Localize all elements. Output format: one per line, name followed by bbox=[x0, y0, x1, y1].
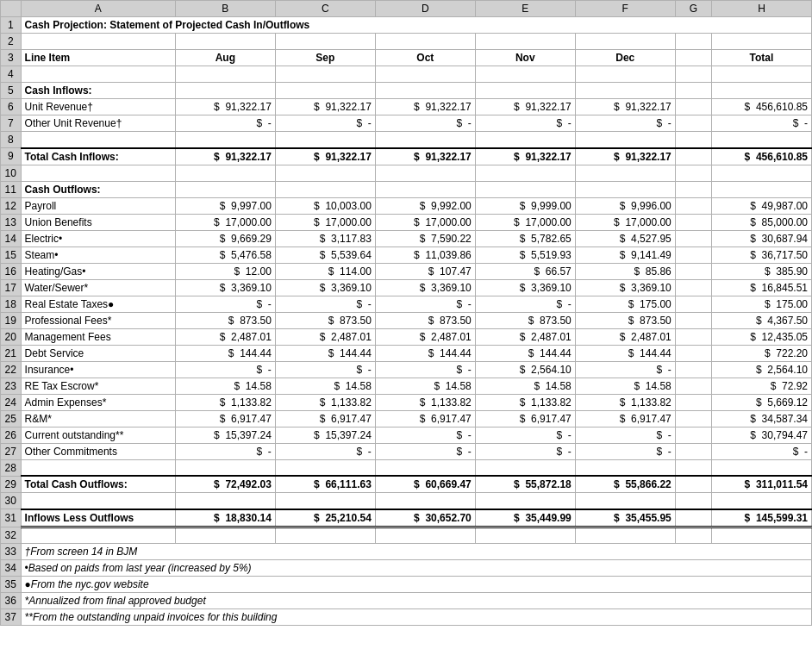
empty-g-cell bbox=[675, 132, 711, 148]
empty-g-cell bbox=[675, 34, 711, 50]
money-cell bbox=[175, 34, 275, 50]
table-row: 18Real Estate Taxes●$ -$ -$ -$ -$ 175.00… bbox=[1, 296, 812, 312]
row-number: 24 bbox=[1, 394, 22, 410]
dollar-sign: $ bbox=[356, 298, 367, 310]
money-cell: $ 72,492.03 bbox=[175, 476, 275, 493]
dollar-sign: $ bbox=[628, 347, 640, 359]
amount: 1,133.82 bbox=[431, 396, 472, 409]
dollar-sign: $ bbox=[214, 512, 225, 524]
amount: 5,782.65 bbox=[531, 233, 572, 245]
money-cell: $ 91,322.17 bbox=[275, 99, 375, 115]
money-cell bbox=[275, 66, 375, 83]
money-cell: $ 91,322.17 bbox=[375, 148, 475, 165]
label-cell bbox=[21, 527, 175, 543]
label-cell: Management Fees bbox=[21, 328, 175, 345]
total-cell bbox=[711, 181, 811, 197]
empty-g-cell bbox=[675, 509, 711, 527]
money-cell: $ 17,000.00 bbox=[575, 214, 675, 230]
label-cell: Union Benefits bbox=[21, 214, 175, 230]
dollar-sign: $ bbox=[434, 380, 445, 392]
amount: 55,866.22 bbox=[625, 478, 671, 490]
dollar-sign: $ bbox=[656, 429, 667, 441]
amount: 6,917.47 bbox=[531, 413, 572, 425]
table-row: 36*Annualized from final approved budget bbox=[1, 592, 812, 608]
money-cell bbox=[575, 132, 675, 148]
dollar-sign: $ bbox=[750, 331, 761, 343]
row-number: 11 bbox=[1, 181, 22, 197]
dollar-sign: $ bbox=[234, 265, 245, 278]
money-cell: $ 17,000.00 bbox=[275, 214, 375, 230]
dollar-sign: $ bbox=[428, 315, 440, 327]
total-cell: $ 4,367.50 bbox=[711, 312, 811, 328]
amount: 1,133.82 bbox=[231, 396, 272, 409]
row-number: 31 bbox=[1, 509, 22, 527]
amount: 34,587.34 bbox=[762, 413, 808, 425]
empty-g-cell bbox=[675, 443, 711, 459]
dollar-sign: $ bbox=[320, 413, 331, 425]
dollar-sign: $ bbox=[228, 347, 240, 359]
amount: 72,492.03 bbox=[225, 478, 271, 490]
amount: 14.58 bbox=[246, 380, 272, 392]
label-cell: Real Estate Taxes● bbox=[21, 296, 175, 312]
amount: 85.86 bbox=[646, 265, 671, 278]
dollar-sign: $ bbox=[314, 151, 325, 163]
table-row: 2 bbox=[1, 34, 812, 50]
dollar-sign: $ bbox=[750, 282, 761, 294]
total-cell: $ 5,669.12 bbox=[711, 394, 811, 410]
amount: 35,455.95 bbox=[625, 512, 671, 524]
amount: 144.44 bbox=[240, 347, 272, 359]
money-cell bbox=[275, 132, 375, 148]
money-cell: $ 55,872.18 bbox=[475, 476, 575, 493]
dollar-sign: $ bbox=[428, 347, 440, 359]
amount: - bbox=[468, 446, 472, 458]
row-number: 17 bbox=[1, 279, 22, 296]
empty-g-cell bbox=[675, 459, 711, 476]
empty-g-cell bbox=[675, 527, 711, 543]
total-cell: $ 16,845.51 bbox=[711, 279, 811, 296]
amount: 311,011.54 bbox=[756, 478, 808, 490]
dollar-sign: $ bbox=[234, 380, 245, 392]
money-cell: $ 5,782.65 bbox=[475, 230, 575, 246]
total-cell: $ 30,794.47 bbox=[711, 427, 811, 443]
row-number: 12 bbox=[1, 197, 22, 214]
dollar-sign: $ bbox=[620, 331, 631, 343]
amount: 30,687.94 bbox=[762, 233, 808, 245]
row-number: 2 bbox=[1, 34, 22, 50]
money-cell: $ 2,487.01 bbox=[475, 328, 575, 345]
dollar-sign: $ bbox=[356, 446, 367, 458]
dollar-sign: $ bbox=[356, 117, 367, 129]
empty-g-cell bbox=[675, 279, 711, 296]
amount: 91,322.17 bbox=[425, 101, 471, 113]
dollar-sign: $ bbox=[456, 298, 467, 310]
money-cell: $ - bbox=[375, 443, 475, 459]
col-month-header: Oct bbox=[375, 50, 475, 66]
money-cell: $ - bbox=[375, 115, 475, 132]
amount: 5,519.93 bbox=[531, 249, 572, 261]
amount: 385.90 bbox=[776, 265, 808, 278]
total-cell: $ 36,717.50 bbox=[711, 246, 811, 263]
amount: - bbox=[568, 446, 572, 458]
label-cell: Other Commitments bbox=[21, 443, 175, 459]
amount: 144.44 bbox=[440, 347, 472, 359]
money-cell: $ 6,917.47 bbox=[575, 410, 675, 427]
amount: - bbox=[568, 117, 572, 129]
dollar-sign: $ bbox=[750, 249, 761, 261]
dollar-sign: $ bbox=[634, 380, 645, 392]
amount: 17,000.00 bbox=[525, 216, 571, 228]
money-cell: $ 85.86 bbox=[575, 263, 675, 279]
money-cell: $ 14.58 bbox=[275, 378, 375, 394]
money-cell: $ 144.44 bbox=[175, 345, 275, 361]
row-number: 27 bbox=[1, 443, 22, 459]
table-row: 12Payroll$ 9,997.00$ 10,003.00$ 9,992.00… bbox=[1, 197, 812, 214]
money-cell bbox=[275, 527, 375, 543]
money-cell: $ 5,476.58 bbox=[175, 246, 275, 263]
money-cell: $ 2,564.10 bbox=[475, 361, 575, 378]
label-cell: Admin Expenses* bbox=[21, 394, 175, 410]
table-row: 28 bbox=[1, 459, 812, 476]
empty-g-cell bbox=[675, 328, 711, 345]
row-number: 6 bbox=[1, 99, 22, 115]
total-cell: $ 49,987.00 bbox=[711, 197, 811, 214]
table-body: 1Cash Projection: Statement of Projected… bbox=[1, 17, 812, 626]
table-row: 10 bbox=[1, 165, 812, 181]
money-cell: $ 12.00 bbox=[175, 263, 275, 279]
